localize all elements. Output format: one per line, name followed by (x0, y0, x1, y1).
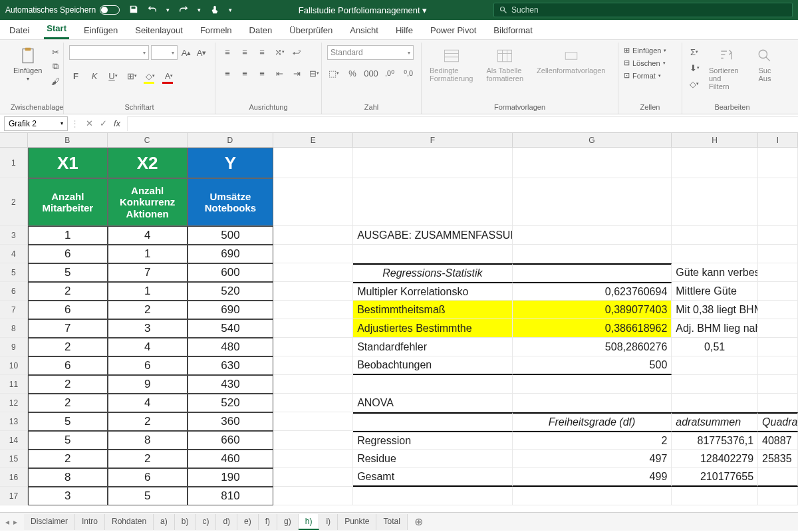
select-all-corner[interactable] (0, 133, 28, 148)
bold-button[interactable]: F (69, 69, 82, 82)
cell[interactable]: Y (188, 148, 274, 178)
cell[interactable] (672, 148, 758, 178)
indent-dec-icon[interactable]: ⇤ (273, 66, 286, 80)
cell[interactable]: 2 (108, 450, 188, 468)
row-header[interactable]: 15 (0, 450, 28, 468)
cell[interactable]: 8 (108, 431, 188, 450)
cell[interactable]: Anzahl Konkurrenz Aktionen (108, 178, 188, 226)
cell[interactable]: 520 (188, 394, 274, 412)
cell[interactable] (758, 263, 798, 282)
ribbon-tab-datei[interactable]: Datei (7, 21, 32, 39)
cell[interactable] (758, 148, 798, 178)
format-painter-icon[interactable]: 🖌 (49, 74, 62, 88)
font-size-dropdown[interactable]: ▾ (151, 45, 178, 60)
cell[interactable]: 810 (188, 487, 274, 505)
cell[interactable] (353, 245, 513, 263)
cell[interactable] (273, 338, 353, 356)
toggle-off-icon[interactable] (100, 5, 120, 15)
cell[interactable]: 0,389077403 (513, 301, 672, 319)
cell[interactable]: 600 (188, 263, 274, 282)
cell[interactable]: 2 (108, 301, 188, 319)
cell[interactable] (672, 394, 758, 412)
sheet-tab[interactable]: Punkte (338, 514, 376, 530)
merge-icon[interactable]: ⊟ ▾ (307, 66, 321, 80)
cell[interactable] (758, 356, 798, 375)
col-header-E[interactable]: E (273, 133, 353, 148)
cell[interactable]: 9 (108, 375, 188, 394)
cell[interactable]: 5 (28, 431, 108, 450)
cell[interactable]: 660 (188, 431, 274, 450)
cell[interactable] (273, 375, 353, 394)
row-header[interactable]: 13 (0, 412, 28, 431)
cell[interactable]: 6 (28, 245, 108, 263)
sheet-tab[interactable]: Disclaimer (24, 514, 75, 530)
conditional-formatting-button[interactable]: Bedingte Formatierung (427, 45, 475, 84)
cell[interactable] (758, 394, 798, 412)
wrap-text-icon[interactable]: ⮐ (290, 45, 303, 59)
cell[interactable] (758, 468, 798, 487)
delete-cells-button[interactable]: ⊟Löschen ▾ (624, 58, 666, 68)
decrease-font-icon[interactable]: A▾ (195, 46, 208, 59)
inc-decimal-icon[interactable]: ,0⁰ (383, 66, 396, 80)
cell[interactable]: 6 (28, 356, 108, 375)
cell[interactable] (513, 263, 672, 282)
ribbon-tab-seitenlayout[interactable]: Seitenlayout (132, 21, 186, 39)
sheet-tab[interactable]: h) (299, 514, 320, 530)
cell[interactable] (353, 375, 513, 394)
cell[interactable] (273, 431, 353, 450)
cell[interactable]: Standardfehler (353, 338, 513, 356)
cell[interactable]: 7 (28, 319, 108, 338)
row-header[interactable]: 1 (0, 148, 28, 178)
cell[interactable] (273, 263, 353, 282)
sheet-tab[interactable]: f) (259, 514, 277, 530)
align-right-icon[interactable]: ≡ (255, 66, 269, 80)
cell[interactable]: Mittlere Güte (672, 282, 758, 301)
add-sheet-button[interactable]: ⊕ (408, 515, 430, 528)
cell[interactable]: 2 (108, 412, 188, 431)
cell[interactable]: 0,51 (672, 338, 758, 356)
cell[interactable]: 0,386618962 (513, 319, 672, 338)
cell[interactable] (513, 226, 672, 245)
format-cells-button[interactable]: ⊡Format ▾ (624, 70, 661, 80)
cell[interactable] (758, 282, 798, 301)
cell[interactable]: 6 (108, 356, 188, 375)
cell[interactable]: Freiheitsgrade (df) (513, 412, 672, 431)
ribbon-tab-bildformat[interactable]: Bildformat (491, 21, 535, 39)
cell[interactable]: Anzahl Mitarbeiter (28, 178, 108, 226)
orientation-icon[interactable]: ⤭ ▾ (273, 45, 286, 59)
clear-icon[interactable]: ◇ ▾ (688, 77, 701, 90)
redo-icon[interactable] (179, 5, 188, 16)
row-header[interactable]: 4 (0, 245, 28, 263)
cell[interactable]: 81775376,1 (672, 431, 758, 450)
row-header[interactable]: 9 (0, 338, 28, 356)
cut-icon[interactable]: ✂ (49, 45, 62, 59)
insert-cells-button[interactable]: ⊞Einfügen ▾ (624, 45, 666, 55)
cell[interactable]: 8 (28, 468, 108, 487)
row-header[interactable]: 2 (0, 178, 28, 226)
align-center-icon[interactable]: ≡ (238, 66, 251, 80)
sheet-tab[interactable]: d) (216, 514, 237, 530)
ribbon-tab-start[interactable]: Start (44, 19, 69, 39)
row-header[interactable]: 17 (0, 487, 28, 505)
cell[interactable]: 4 (108, 338, 188, 356)
cell[interactable] (758, 338, 798, 356)
currency-icon[interactable]: ⬚ ▾ (327, 66, 340, 80)
sheet-tab[interactable]: g) (277, 514, 299, 530)
cell[interactable]: ANOVA (353, 394, 513, 412)
cell[interactable] (353, 148, 513, 178)
cell[interactable] (672, 356, 758, 375)
cell[interactable] (513, 245, 672, 263)
sheet-prev-icon[interactable]: ◂ (5, 517, 9, 527)
cell[interactable]: 480 (188, 338, 274, 356)
cell[interactable] (273, 356, 353, 375)
fx-icon[interactable]: fx (114, 118, 120, 128)
font-family-dropdown[interactable]: ▾ (69, 45, 149, 60)
cell[interactable]: 430 (188, 375, 274, 394)
cell[interactable]: 360 (188, 412, 274, 431)
row-header[interactable]: 7 (0, 301, 28, 319)
cell[interactable]: 3 (108, 319, 188, 338)
cell[interactable]: 630 (188, 356, 274, 375)
autosum-icon[interactable]: Σ ▾ (688, 45, 701, 59)
ribbon-tab-ansicht[interactable]: Ansicht (347, 21, 381, 39)
save-icon[interactable] (129, 5, 138, 16)
